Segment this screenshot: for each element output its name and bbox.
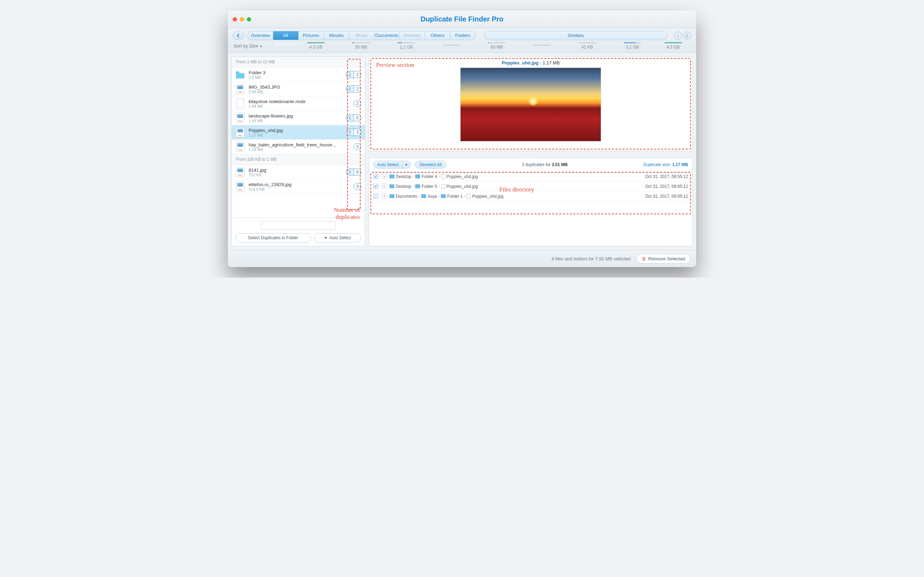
- duplicate-count-badge: 19: [346, 169, 361, 176]
- annotation-preview: Preview section: [376, 61, 414, 69]
- duplicate-paths: ✓ ▾ Desktop › Folder 4 › Poppies_uhd.jpg…: [369, 172, 692, 201]
- titlebar: Duplicate File Finder Pro: [228, 11, 696, 28]
- file-row[interactable]: 8141.jpg752 KB 19: [232, 165, 365, 179]
- file-icon: [441, 174, 445, 179]
- group-header: From 100 KB to 1 MB: [232, 154, 365, 165]
- jpeg-icon: [235, 167, 245, 177]
- duplicate-count-badge: 12: [346, 71, 361, 78]
- jpeg-icon: [235, 142, 245, 152]
- sidebar-footer: Select Duplicates in Folder ✦Auto Select: [232, 218, 365, 246]
- doc-icon: [235, 98, 245, 108]
- duplicate-count-badge: 3: [354, 183, 361, 190]
- size-cell: 3.2 GB: [610, 42, 655, 50]
- deselect-all-button[interactable]: Deselect All: [415, 161, 446, 169]
- tab-overview[interactable]: Overview: [247, 31, 273, 40]
- folder-icon: [441, 194, 446, 198]
- search-input[interactable]: [260, 221, 336, 230]
- remove-selected-button[interactable]: 🗑 Remove Selected: [636, 254, 691, 264]
- duplicate-count-badge: 12: [346, 85, 361, 92]
- file-row[interactable]: elitefon.ru_23929.jpg514.9 KB 3: [232, 179, 365, 194]
- size-cell: [429, 45, 474, 47]
- tab-archives[interactable]: Archives: [399, 31, 425, 40]
- timestamp: Oct 31, 2017, 09:55:12: [645, 184, 688, 189]
- auto-select-split-button[interactable]: Auto Select▾: [373, 161, 410, 169]
- trash-icon: 🗑: [641, 256, 646, 261]
- folder-icon: [415, 174, 420, 178]
- tab-music[interactable]: Music: [349, 31, 374, 40]
- main-panel: Preview section Poppies_uhd.jpg - 1.17 M…: [369, 56, 693, 246]
- timestamp: Oct 31, 2017, 09:55:12: [645, 174, 688, 179]
- sizes-row: Sort by Size ▼ 4.5 GB30 MB1.2 GB63 MB41 …: [233, 40, 691, 52]
- checkbox[interactable]: [373, 193, 378, 199]
- file-icon: [441, 184, 445, 189]
- rss-icon[interactable]: [683, 32, 691, 39]
- breadcrumb: Desktop › Folder 4 › Poppies_uhd.jpg: [389, 174, 642, 179]
- folder-icon: [415, 184, 420, 188]
- tab-documents[interactable]: Documents: [374, 31, 399, 40]
- file-row[interactable]: kitayskoe issledovanie.mobi1.94 MB 2: [232, 97, 365, 111]
- path-row[interactable]: ▾ Documents › Asya › Folder 1 › Poppies_…: [369, 192, 692, 201]
- folder-icon: [389, 184, 394, 188]
- tab-similars[interactable]: Similars: [484, 31, 667, 40]
- size-cell: 30 MB: [338, 42, 383, 50]
- app-title: Duplicate File Finder Pro: [228, 15, 696, 23]
- preview-panel: Preview section Poppies_uhd.jpg - 1.17 M…: [369, 56, 693, 151]
- size-cell: 1.2 GB: [384, 42, 429, 50]
- file-row[interactable]: hay_bales_agriculture_field_trees_house.…: [232, 140, 365, 154]
- auto-select-button[interactable]: ✦Auto Select: [314, 233, 361, 242]
- folder-icon: [389, 174, 394, 178]
- duplicate-count-badge: 3: [354, 143, 361, 150]
- size-cell: 63 MB: [474, 42, 519, 50]
- tab-folders[interactable]: Folders: [450, 31, 476, 40]
- group-header: From 1 MB to 10 MB: [232, 56, 365, 68]
- dropdown-icon[interactable]: ▾: [381, 184, 387, 189]
- info-icon[interactable]: i: [674, 32, 682, 39]
- duplicate-summary: 3 duplicates for 3.51 MB: [451, 162, 639, 167]
- footer: 4 files and folders for 7.91 MB selected…: [228, 250, 696, 267]
- file-list-panel: From 1 MB to 10 MB Folder 32.9 MB 12 IMG…: [231, 56, 365, 246]
- jpeg-icon: [235, 127, 245, 137]
- chevron-down-icon[interactable]: ▾: [402, 161, 410, 168]
- path-row[interactable]: ✓ ▾ Desktop › Folder 5 › Poppies_uhd.jpg…: [369, 182, 692, 192]
- tab-movies[interactable]: Movies: [324, 31, 349, 40]
- size-cell: [519, 45, 564, 47]
- folder-icon: [389, 194, 394, 198]
- toolbar: OverviewAll DuplicatesPicturesMoviesMusi…: [228, 28, 696, 53]
- back-button[interactable]: [233, 31, 244, 40]
- preview-title: Poppies_uhd.jpg - 1.17 MB: [502, 60, 560, 65]
- tab-others[interactable]: Others: [425, 31, 450, 40]
- file-icon: [467, 194, 470, 199]
- duplicate-count-badge: 15: [346, 114, 361, 121]
- file-row[interactable]: Poppies_uhd.jpg1.17 MB 23: [232, 125, 365, 140]
- file-row[interactable]: Folder 32.9 MB 12: [232, 68, 365, 82]
- selection-status: 4 files and folders for 7.91 MB selected: [551, 256, 631, 261]
- folder-icon: [235, 70, 245, 79]
- preview-image: [460, 68, 601, 142]
- file-row[interactable]: IMG_3543.JPG2.68 MB 12: [232, 82, 365, 97]
- select-duplicates-button[interactable]: Select Duplicates in Folder: [235, 233, 311, 242]
- resize-handle[interactable]: [369, 153, 693, 156]
- app-window: Duplicate File Finder Pro OverviewAll Du…: [228, 11, 696, 267]
- detail-panel: Auto Select▾ Deselect All 3 duplicates f…: [369, 158, 693, 246]
- folder-icon: [421, 194, 426, 198]
- sort-dropdown[interactable]: Sort by Size ▼: [233, 43, 293, 48]
- jpeg-icon: [235, 182, 245, 192]
- breadcrumb: Documents › Asya › Folder 1 › Poppies_uh…: [389, 194, 642, 199]
- content-area: From 1 MB to 10 MB Folder 32.9 MB 12 IMG…: [228, 53, 696, 250]
- checkbox[interactable]: ✓: [373, 184, 378, 189]
- breadcrumb: Desktop › Folder 5 › Poppies_uhd.jpg: [389, 184, 642, 189]
- duplicate-size-label: Duplicate size: 1.17 MB: [643, 162, 688, 167]
- duplicate-count-badge: 23: [346, 129, 361, 136]
- tab-pictures[interactable]: Pictures: [298, 31, 324, 40]
- wand-icon: ✦: [324, 235, 328, 240]
- dropdown-icon[interactable]: ▾: [381, 193, 387, 199]
- category-tabs: OverviewAll DuplicatesPicturesMoviesMusi…: [247, 31, 476, 40]
- file-list[interactable]: From 1 MB to 10 MB Folder 32.9 MB 12 IMG…: [232, 56, 365, 218]
- checkbox[interactable]: ✓: [373, 174, 378, 179]
- size-cell: 4.5 GB: [293, 42, 338, 50]
- path-row[interactable]: ✓ ▾ Desktop › Folder 4 › Poppies_uhd.jpg…: [369, 172, 692, 182]
- tab-all-duplicates[interactable]: All Duplicates: [273, 31, 298, 40]
- file-row[interactable]: landscape-flowers.jpg1.44 MB 15: [232, 111, 365, 125]
- timestamp: Oct 31, 2017, 09:55:12: [645, 194, 688, 199]
- dropdown-icon[interactable]: ▾: [381, 174, 387, 179]
